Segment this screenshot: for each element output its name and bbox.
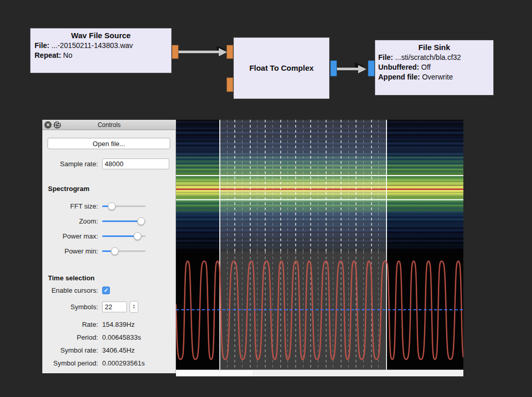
port-out-float[interactable] <box>172 45 179 59</box>
block-param-unbuffered: Unbuffered:Off <box>378 62 490 72</box>
slider-thumb[interactable] <box>111 247 119 255</box>
sample-rate-input[interactable] <box>102 158 169 169</box>
block-param-append: Append file:Overwrite <box>378 72 490 82</box>
slider-thumb[interactable] <box>108 202 116 210</box>
controls-titlebar[interactable]: ✕ Controls <box>42 120 176 130</box>
zero-crossing-line <box>176 309 463 310</box>
block-title: Float To Complex <box>249 63 314 73</box>
power-min-label: Power min: <box>42 247 98 255</box>
block-param-repeat: Repeat:No <box>35 51 167 60</box>
zoom-label: Zoom: <box>42 217 98 225</box>
power-min-row: Power min: <box>42 245 176 257</box>
slider-thumb[interactable] <box>137 217 145 225</box>
symbol-rate-row: Symbol rate: 3406.45Hz <box>42 345 176 355</box>
block-file-sink[interactable]: File Sink File:...sti/scratch/bla.cf32 U… <box>375 40 494 96</box>
symbols-stepper[interactable]: ▲ ▼ <box>130 301 138 313</box>
zoom-row: Zoom: <box>42 215 176 227</box>
symbol-period-label: Symbol period: <box>42 359 98 367</box>
enable-cursors-label: Enable cursors: <box>42 287 98 294</box>
plot-area <box>176 120 463 376</box>
block-title: Wav File Source <box>35 30 167 41</box>
connection-f2c-to-sink[interactable] <box>337 62 366 73</box>
power-max-label: Power max: <box>42 232 98 240</box>
slider-fill <box>102 235 138 237</box>
port-in-float-2[interactable] <box>227 77 233 92</box>
rate-row: Rate: 154.839Hz <box>42 320 176 329</box>
symbols-row: Symbols: ▲ ▼ <box>42 301 176 312</box>
block-float-to-complex[interactable]: Float To Complex <box>233 37 330 99</box>
symbol-rate-label: Symbol rate: <box>42 346 98 354</box>
inspectrum-window: ✕ Controls Open file... Sample rate: Spe… <box>42 120 463 376</box>
port-in-complex[interactable] <box>368 60 375 76</box>
slider-thumb[interactable] <box>134 232 141 240</box>
zoom-slider[interactable] <box>102 217 146 225</box>
time-selection-section-header: Time selection <box>48 274 94 282</box>
flowgraph-canvas[interactable]: Wav File Source File:...-20150211-143803… <box>0 0 532 114</box>
fft-size-row: FFT size: <box>42 200 176 212</box>
demodulated-waveform <box>176 251 463 370</box>
sample-rate-row: Sample rate: <box>42 158 176 169</box>
fft-size-slider[interactable] <box>102 202 146 210</box>
rate-value: 154.839Hz <box>102 321 135 328</box>
power-max-slider[interactable] <box>102 232 146 240</box>
connection-source-to-f2c[interactable] <box>179 46 227 56</box>
block-wav-file-source[interactable]: Wav File Source File:...-20150211-143803… <box>30 28 172 73</box>
enable-cursors-checkbox[interactable]: ✓ <box>102 287 110 294</box>
open-file-button[interactable]: Open file... <box>47 138 170 149</box>
port-in-float-1[interactable] <box>227 45 233 59</box>
symbols-label: Symbols: <box>42 303 98 311</box>
scrollbar-thumb[interactable] <box>176 371 253 376</box>
period-value: 0.00645833s <box>102 334 141 341</box>
spectrogram-section-header: Spectrogram <box>48 185 89 193</box>
period-row: Period: 0.00645833s <box>42 332 176 342</box>
block-param-file: File:...-20150211-143803.wav <box>35 41 167 51</box>
symbol-rate-value: 3406.45Hz <box>102 346 135 354</box>
symbol-period-row: Symbol period: 0.000293561s <box>42 358 176 368</box>
spectrogram-view[interactable] <box>176 120 463 251</box>
stepper-down-icon[interactable]: ▼ <box>133 307 135 309</box>
fft-size-label: FFT size: <box>42 202 98 210</box>
rate-label: Rate: <box>42 321 98 328</box>
horizontal-scrollbar[interactable] <box>176 370 463 376</box>
desktop: Wav File Source File:...-20150211-143803… <box>0 0 532 397</box>
panel-title: Controls <box>42 120 176 130</box>
controls-body: Open file... Sample rate: Spectrogram FF… <box>42 130 176 373</box>
symbols-input[interactable] <box>102 301 127 312</box>
time-selection-region[interactable] <box>220 120 386 251</box>
enable-cursors-row: Enable cursors: ✓ <box>42 286 176 295</box>
controls-panel: ✕ Controls Open file... Sample rate: Spe… <box>42 120 176 376</box>
port-out-complex[interactable] <box>330 60 337 76</box>
slider-fill <box>102 220 141 222</box>
symbol-period-value: 0.000293561s <box>102 359 144 367</box>
power-max-row: Power max: <box>42 230 176 242</box>
power-min-slider[interactable] <box>102 247 146 255</box>
period-label: Period: <box>42 334 98 341</box>
sample-rate-label: Sample rate: <box>42 160 98 168</box>
block-param-file: File:...sti/scratch/bla.cf32 <box>378 53 490 62</box>
block-title: File Sink <box>378 42 490 53</box>
waveform-view[interactable] <box>176 251 463 370</box>
